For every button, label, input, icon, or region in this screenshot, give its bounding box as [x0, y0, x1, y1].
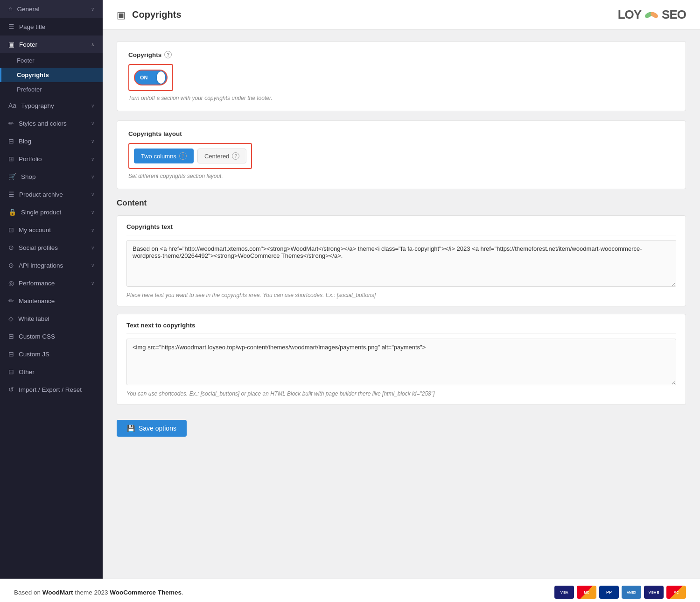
- save-button[interactable]: 💾 Save options: [117, 420, 187, 437]
- paypal-card: PP: [599, 586, 619, 599]
- sidebar-item-general[interactable]: ⌂ General ∨: [0, 0, 103, 18]
- chevron-icon: ∨: [91, 281, 94, 286]
- sidebar-item-my-account[interactable]: ⊡ My account ∨: [0, 221, 103, 239]
- two-columns-help-icon[interactable]: ?: [179, 152, 187, 160]
- content-area: Copyrights ? ON Turn on/off a section wi…: [103, 30, 700, 579]
- mastercard2-card: MC: [666, 586, 686, 599]
- sidebar-item-social-profiles[interactable]: ⊙ Social profiles ∨: [0, 239, 103, 256]
- layout-hint: Set different copyrights section layout.: [128, 173, 674, 179]
- api-icon: ⊙: [8, 262, 14, 269]
- sidebar-item-blog[interactable]: ⊟ Blog ∨: [0, 132, 103, 150]
- sidebar-item-custom-css[interactable]: ⊟ Custom CSS: [0, 327, 103, 345]
- copyrights-text-hint: Place here text you want to see in the c…: [126, 292, 676, 298]
- sidebar-item-single-product[interactable]: 🔒 Single product ∨: [0, 203, 103, 221]
- white-label-icon: ◇: [8, 315, 14, 322]
- sidebar-item-custom-js[interactable]: ⊟ Custom JS: [0, 345, 103, 363]
- chevron-icon: ∨: [91, 174, 94, 179]
- save-icon: 💾: [127, 425, 135, 432]
- copyrights-text-input[interactable]: Based on <a href="http://woodmart.xtemos…: [126, 240, 676, 287]
- chevron-up-icon: ∧: [91, 42, 94, 47]
- js-icon: ⊟: [8, 350, 14, 358]
- copyrights-toggle-section: Copyrights ? ON Turn on/off a section wi…: [117, 41, 686, 111]
- chevron-icon: ∨: [91, 227, 94, 233]
- layout-label: Copyrights layout: [128, 130, 674, 137]
- text-next-copyrights-hint: You can use shortcodes. Ex.: [social_but…: [126, 390, 676, 397]
- header-icon: ▣: [117, 9, 126, 21]
- sidebar-group-footer: ▣ Footer ∧ Footer Copyrights Prefooter: [0, 35, 103, 97]
- chevron-icon: ∨: [91, 103, 94, 108]
- sidebar-item-page-title[interactable]: ☰ Page title: [0, 18, 103, 35]
- copyrights-text-block: Copyrights text Based on <a href="http:/…: [117, 215, 686, 306]
- chevron-icon: ∨: [91, 192, 94, 197]
- performance-icon: ◎: [8, 279, 14, 287]
- styles-icon: ✏: [8, 120, 14, 127]
- centered-help-icon[interactable]: ?: [232, 152, 239, 160]
- sidebar-item-import-export[interactable]: ↺ Import / Export / Reset: [0, 381, 103, 398]
- two-columns-label: Two columns: [141, 153, 176, 160]
- copyrights-layout-section: Copyrights layout Two columns ? Centered…: [117, 120, 686, 189]
- save-button-wrap: 💾 Save options: [117, 412, 686, 437]
- chevron-icon: ∨: [91, 210, 94, 215]
- logo-leaf-svg: [643, 8, 660, 22]
- chevron-icon: ∨: [91, 139, 94, 144]
- toggle-red-border: ON: [128, 64, 173, 91]
- account-icon: ⊡: [8, 226, 14, 234]
- copyrights-help-icon[interactable]: ?: [164, 51, 172, 58]
- sidebar-subitem-copyrights[interactable]: Copyrights: [0, 68, 103, 82]
- sidebar-subitem-prefooter[interactable]: Prefooter: [0, 82, 103, 97]
- sidebar-item-typography[interactable]: Aa Typography ∨: [0, 97, 103, 114]
- save-label: Save options: [139, 425, 176, 432]
- chevron-icon: ∨: [91, 263, 94, 268]
- text-next-copyrights-label: Text next to copyrights: [126, 322, 676, 334]
- css-icon: ⊟: [8, 333, 14, 340]
- sidebar-item-product-archive[interactable]: ☰ Product archive ∨: [0, 185, 103, 203]
- sidebar-item-footer[interactable]: ▣ Footer ∧: [0, 35, 103, 53]
- page-icon: ☰: [8, 23, 14, 30]
- sidebar: ⌂ General ∨ ☰ Page title ▣ Footer ∧ Foot…: [0, 0, 103, 579]
- copyrights-text-label: Copyrights text: [126, 223, 676, 235]
- footer-icon: ▣: [8, 41, 14, 48]
- centered-button[interactable]: Centered ?: [197, 149, 246, 163]
- page-footer: Based on WoodMart theme 2023 WooCommerce…: [0, 579, 700, 602]
- main-content: ▣ Copyrights LOY SEO Copyrights ?: [103, 0, 700, 579]
- social-icon: ⊙: [8, 244, 14, 251]
- centered-label: Centered: [204, 153, 229, 160]
- copyrights-toggle[interactable]: ON: [134, 70, 168, 85]
- site-logo: LOY SEO: [618, 7, 686, 22]
- sidebar-item-performance[interactable]: ◎ Performance ∨: [0, 274, 103, 292]
- home-icon: ⌂: [8, 5, 12, 13]
- sidebar-subitem-footer[interactable]: Footer: [0, 53, 103, 68]
- import-icon: ↺: [8, 386, 14, 393]
- payment-icons: VISA MC PP AMEX VISA E MC: [554, 586, 686, 599]
- layout-buttons: Two columns ? Centered ?: [134, 149, 246, 163]
- page-header: ▣ Copyrights LOY SEO: [103, 0, 700, 30]
- sidebar-item-other[interactable]: ⊟ Other: [0, 363, 103, 381]
- chevron-icon: ∨: [91, 7, 94, 12]
- chevron-icon: ∨: [91, 156, 94, 162]
- chevron-icon: ∨: [91, 245, 94, 250]
- content-heading: Content: [117, 198, 686, 208]
- maintenance-icon: ✏: [8, 297, 14, 305]
- sidebar-item-styles-colors[interactable]: ✏ Styles and colors ∨: [0, 114, 103, 132]
- blog-icon: ⊟: [8, 137, 14, 145]
- copyrights-toggle-label: Copyrights ?: [128, 51, 674, 58]
- visa-card: VISA: [554, 586, 574, 599]
- portfolio-icon: ⊞: [8, 155, 14, 163]
- product-icon: 🔒: [8, 208, 16, 216]
- two-columns-button[interactable]: Two columns ?: [134, 149, 194, 163]
- visa-electron-card: VISA E: [644, 586, 664, 599]
- sidebar-item-white-label[interactable]: ◇ White label: [0, 310, 103, 327]
- archive-icon: ☰: [8, 191, 14, 198]
- sidebar-item-shop[interactable]: 🛒 Shop ∨: [0, 168, 103, 185]
- sidebar-item-maintenance[interactable]: ✏ Maintenance: [0, 292, 103, 310]
- sidebar-item-portfolio[interactable]: ⊞ Portfolio ∨: [0, 150, 103, 168]
- layout-red-border: Two columns ? Centered ?: [128, 143, 252, 169]
- sidebar-item-api-integrations[interactable]: ⊙ API integrations ∨: [0, 256, 103, 274]
- text-next-copyrights-input[interactable]: <img src="https://woodmart.loyseo.top/wp…: [126, 339, 676, 385]
- typography-icon: Aa: [8, 102, 16, 109]
- chevron-icon: ∨: [91, 121, 94, 126]
- copyrights-toggle-hint: Turn on/off a section with your copyrigh…: [128, 95, 674, 101]
- shop-icon: 🛒: [8, 173, 16, 180]
- page-title: Copyrights: [132, 9, 182, 20]
- mastercard-card: MC: [577, 586, 596, 599]
